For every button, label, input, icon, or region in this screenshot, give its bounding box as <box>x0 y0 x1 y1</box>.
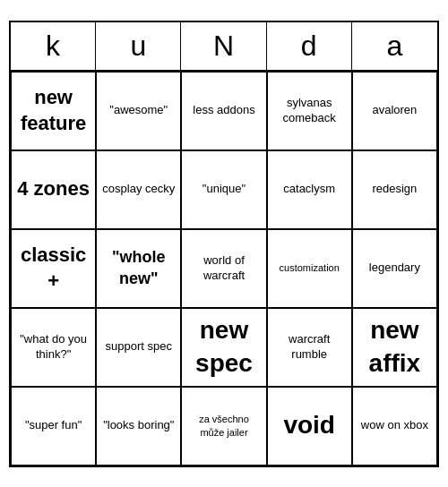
bingo-grid: new feature"awesome"less addonssylvanas … <box>11 72 437 466</box>
cell-8[interactable]: cataclysm <box>267 150 352 229</box>
cell-15[interactable]: "what do you think?" <box>11 308 96 387</box>
cell-1[interactable]: "awesome" <box>96 72 181 150</box>
cell-24[interactable]: wow on xbox <box>352 387 437 466</box>
cell-16[interactable]: support spec <box>96 308 181 387</box>
cell-9[interactable]: redesign <box>352 150 437 229</box>
cell-22[interactable]: za všechno může jailer <box>181 387 266 466</box>
cell-7[interactable]: "unique" <box>181 150 266 229</box>
cell-14[interactable]: legendary <box>352 229 437 308</box>
cell-13[interactable]: customization <box>267 229 352 308</box>
cell-20[interactable]: "super fun" <box>11 387 96 466</box>
cell-11[interactable]: "whole new" <box>96 229 181 308</box>
header-a: a <box>352 22 437 70</box>
cell-2[interactable]: less addons <box>181 72 266 150</box>
cell-4[interactable]: avaloren <box>352 72 437 150</box>
cell-3[interactable]: sylvanas comeback <box>267 72 352 150</box>
cell-21[interactable]: "looks boring" <box>96 387 181 466</box>
cell-0[interactable]: new feature <box>11 72 96 150</box>
cell-5[interactable]: 4 zones <box>11 150 96 229</box>
header-n: N <box>181 22 266 70</box>
cell-10[interactable]: classic + <box>11 229 96 308</box>
bingo-header: k u N d a <box>11 22 437 72</box>
cell-6[interactable]: cosplay cecky <box>96 150 181 229</box>
cell-12[interactable]: world of warcraft <box>181 229 266 308</box>
header-d: d <box>267 22 352 70</box>
header-k: k <box>11 22 96 70</box>
cell-19[interactable]: new affix <box>352 308 437 387</box>
cell-17[interactable]: new spec <box>181 308 266 387</box>
cell-18[interactable]: warcraft rumble <box>267 308 352 387</box>
cell-23[interactable]: void <box>267 387 352 466</box>
header-u: u <box>96 22 181 70</box>
bingo-card: k u N d a new feature"awesome"less addon… <box>9 21 439 467</box>
